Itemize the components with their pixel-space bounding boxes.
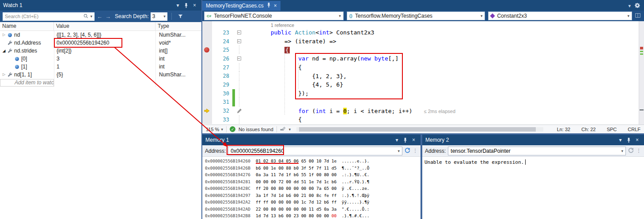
close-icon[interactable]: × [191,2,198,8]
memory-row[interactable]: 0x000002556B1942A2ff ff 00 00 00 00 1c 7… [205,199,420,206]
memory-row[interactable]: 0x000002556B1942973a 1f 7d 1d b6 00 21 0… [205,192,420,199]
breakpoint-margin[interactable] [202,72,212,80]
memory1-titlebar[interactable]: Memory 1 ▾ × [202,135,420,145]
fold-margin[interactable]: − [235,37,243,46]
watch-value[interactable]: 0x000002556b194260 [54,39,155,47]
split-editor-icon[interactable] [635,12,640,20]
watch-value[interactable]: {5} [54,71,155,79]
fold-collapse-icon[interactable]: − [237,39,241,43]
scrollbar-thumb[interactable] [299,127,536,132]
memory2-titlebar[interactable]: Memory 2 ▾ × [422,135,644,145]
watch-row[interactable]: [1]1int [0,63,201,71]
address-chevron-icon[interactable]: ▾ [621,149,623,153]
watch-value[interactable]: 1 [54,63,155,71]
zoom-select[interactable]: 115 %▾ [206,127,223,132]
breakpoint-margin[interactable] [202,98,212,107]
memory-row[interactable]: 0x000002556B19426Bb6 00 1e 00 88 b0 3f 5… [205,165,420,172]
horizontal-scrollbar[interactable] [296,127,543,132]
fold-collapse-icon[interactable]: − [237,30,241,34]
fold-margin[interactable]: − [235,54,243,63]
toolbar-overflow-icon[interactable]: ⋮ [636,148,641,154]
tab-pin-icon[interactable] [267,3,271,9]
memory-row[interactable]: 0x000002556B1942760a 3a 11 7d 1f b6 55 1… [205,171,420,178]
filter-icon[interactable] [177,14,184,19]
watch-value[interactable]: {int[2]} [54,47,155,55]
tab-memorytestingcases[interactable]: MemoryTestingCases.cs × [202,1,280,11]
code-editor[interactable]: 1 reference23− public Action<int> Consta… [202,21,644,125]
window-position-chevron-icon[interactable]: ▾ [174,2,182,8]
editor-gear-icon[interactable] [635,3,640,9]
window-position-chevron-icon[interactable]: ▾ [393,137,401,143]
codelens-references[interactable]: 1 reference [243,23,294,28]
pin-icon[interactable] [182,3,190,8]
search-icon[interactable] [83,14,88,19]
close-icon[interactable]: × [633,137,641,143]
code-text[interactable]: var nd = np.array(new byte[,] [243,55,644,62]
pin-icon[interactable] [625,138,633,143]
search-depth-select[interactable]: 3 ▾ [151,12,167,21]
column-header-name[interactable]: Name [0,22,54,30]
breakpoint-margin[interactable] [202,54,212,63]
memory-row[interactable]: 0x000002556B1942AD22 00 80 00 00 00 00 1… [205,206,420,213]
toolbar-overflow-icon[interactable]: ⋮ [413,148,418,154]
search-prev-icon[interactable]: ← [96,13,103,20]
watch-value[interactable]: {[[1, 2, 3], [4, 5, 6]]} [54,31,155,39]
refresh-icon[interactable] [405,147,410,155]
memory-row[interactable]: 0x000002556B19428Cff 20 00 80 00 00 00 0… [205,185,420,192]
code-text[interactable]: { [243,116,644,123]
watch-value[interactable]: 3 [54,55,155,63]
code-cleanup-icon[interactable] [280,126,286,132]
health-check-icon[interactable]: ✓ [230,126,235,132]
breakpoint-margin[interactable] [202,21,212,28]
watch-titlebar[interactable]: Watch 1 ▾ × [0,0,201,11]
issues-status[interactable]: No issues found [239,127,273,132]
code-text[interactable]: }); [243,90,644,97]
watch-row[interactable]: ▷nd[1, 1]{5}NumShar... [0,71,201,79]
search-options-chevron-icon[interactable]: ▾ [90,14,92,19]
cleanup-chevron-icon[interactable]: ▾ [289,127,291,132]
watch-row[interactable]: ▷nd{[[1, 2, 3], [4, 5, 6]]}NumShar... [0,31,201,39]
fold-margin[interactable]: − [235,28,243,37]
breakpoint-margin[interactable] [202,28,212,37]
column-header-type[interactable]: Type [155,22,201,30]
refresh-icon-disabled[interactable] [628,147,634,155]
code-text[interactable]: { [243,47,644,53]
breakpoint-margin[interactable] [202,37,212,46]
watch-value[interactable] [54,79,155,87]
vertical-scrollbar[interactable] [639,21,644,125]
watch-row[interactable]: [0]3int [0,55,201,63]
memory-row[interactable]: 0x000002556B1942B81d 7d 13 b6 00 23 00 8… [205,212,420,219]
breakpoint-margin[interactable] [202,89,212,98]
code-text[interactable]: => (iterate) => [243,38,644,45]
type-dropdown[interactable]: {} Tensorflow.MemoryTestingCases ▾ [347,11,485,20]
active-files-chevron-icon[interactable]: ▾ [628,3,631,9]
watch-row[interactable]: nd.Address0x000002556b194260void* [0,39,201,47]
close-icon[interactable]: × [410,137,417,143]
fold-collapse-icon[interactable]: − [237,57,241,60]
memory1-content[interactable]: 0x000002556B19426001 02 03 04 05 06 65 0… [202,157,420,219]
breakpoint-icon[interactable] [202,45,212,54]
breakpoint-margin[interactable] [202,80,212,89]
memory2-content[interactable]: Unable to evaluate the expression. [422,157,644,219]
memory1-address-input[interactable]: 0x000002556B194260 ▾ [228,147,402,155]
current-statement-arrow-icon[interactable] [202,106,212,115]
watch-row[interactable]: Add item to watch [0,79,201,87]
search-next-icon[interactable]: → [105,13,111,20]
memory-row[interactable]: 0x000002556B19426001 02 03 04 05 06 65 0… [205,158,420,165]
code-text[interactable]: 1 reference [243,22,644,28]
code-text[interactable]: for (int i = 0; i < iterate; i++)≤ 2ms e… [243,108,644,114]
code-text[interactable]: public Action<int> Constant2x3 [243,29,644,36]
tab-close-icon[interactable]: × [274,3,277,9]
expander-collapsed-icon[interactable]: ▷ [1,31,7,39]
search-input[interactable]: Search (Ctrl+E) ▾ [3,12,95,21]
expander-expanded-icon[interactable]: ◢ [1,47,7,55]
memory-row[interactable]: 0x000002556B19428100 00 00 72 00 dd 51 1… [205,178,420,185]
code-text[interactable]: {1, 2, 3}, [243,73,644,79]
pin-icon[interactable] [402,138,409,143]
code-text[interactable]: {4, 5, 6} [243,81,644,88]
expander-collapsed-icon[interactable]: ▷ [1,71,7,79]
address-chevron-icon[interactable]: ▾ [398,149,400,153]
member-dropdown[interactable]: Constant2x3 ▾ [488,11,632,20]
code-text[interactable]: { [243,64,644,71]
column-header-value[interactable]: Value [54,22,155,30]
